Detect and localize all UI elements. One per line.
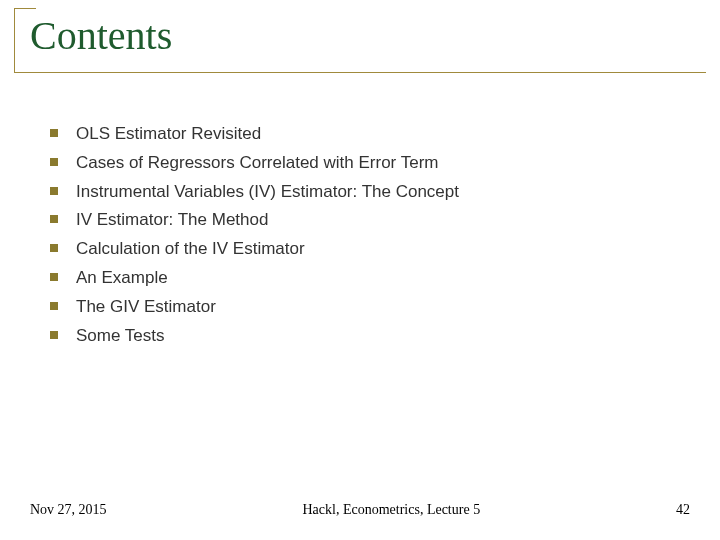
title-wrap: Contents — [30, 14, 172, 58]
slide: Contents OLS Estimator Revisited Cases o… — [0, 0, 720, 540]
list-item: IV Estimator: The Method — [50, 208, 680, 232]
list-item-label: The GIV Estimator — [76, 295, 216, 319]
title-rule — [14, 8, 36, 9]
list-item-label: An Example — [76, 266, 168, 290]
title-rule — [14, 72, 706, 73]
list-item-label: OLS Estimator Revisited — [76, 122, 261, 146]
list-item-label: IV Estimator: The Method — [76, 208, 268, 232]
page-title: Contents — [30, 14, 172, 58]
square-bullet-icon — [50, 244, 58, 252]
title-rule — [14, 8, 15, 72]
list-item: An Example — [50, 266, 680, 290]
square-bullet-icon — [50, 187, 58, 195]
content-body: OLS Estimator Revisited Cases of Regress… — [50, 122, 680, 352]
square-bullet-icon — [50, 129, 58, 137]
footer-center: Hackl, Econometrics, Lecture 5 — [107, 502, 676, 518]
square-bullet-icon — [50, 331, 58, 339]
list-item: Instrumental Variables (IV) Estimator: T… — [50, 180, 680, 204]
list-item: The GIV Estimator — [50, 295, 680, 319]
list-item-label: Calculation of the IV Estimator — [76, 237, 305, 261]
list-item: OLS Estimator Revisited — [50, 122, 680, 146]
list-item-label: Instrumental Variables (IV) Estimator: T… — [76, 180, 459, 204]
square-bullet-icon — [50, 158, 58, 166]
list-item: Some Tests — [50, 324, 680, 348]
square-bullet-icon — [50, 302, 58, 310]
footer-page-number: 42 — [676, 502, 690, 518]
square-bullet-icon — [50, 215, 58, 223]
footer-date: Nov 27, 2015 — [30, 502, 107, 518]
list-item-label: Some Tests — [76, 324, 165, 348]
list-item: Cases of Regressors Correlated with Erro… — [50, 151, 680, 175]
list-item: Calculation of the IV Estimator — [50, 237, 680, 261]
footer: Nov 27, 2015 Hackl, Econometrics, Lectur… — [30, 502, 690, 518]
list-item-label: Cases of Regressors Correlated with Erro… — [76, 151, 438, 175]
square-bullet-icon — [50, 273, 58, 281]
